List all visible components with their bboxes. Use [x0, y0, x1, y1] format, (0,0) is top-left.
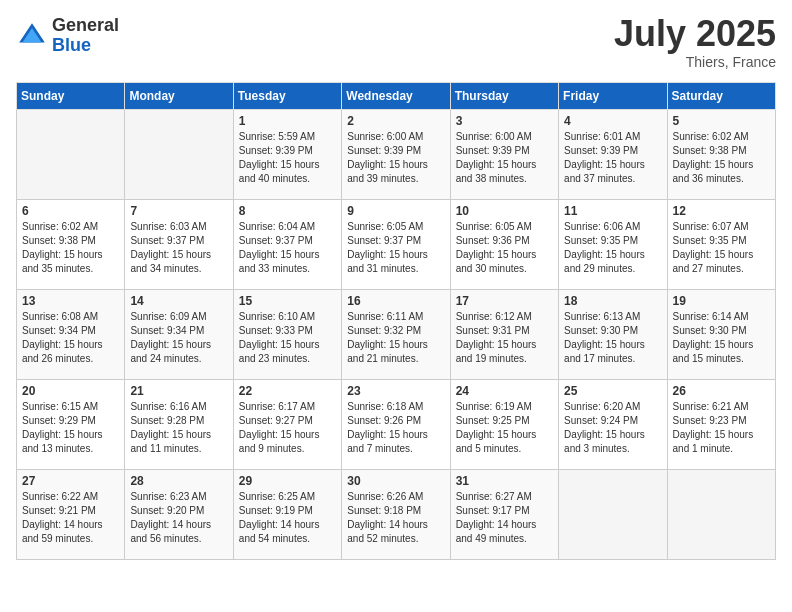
header-monday: Monday: [125, 83, 233, 110]
logo: General Blue: [16, 16, 119, 56]
day-info: Sunrise: 6:14 AMSunset: 9:30 PMDaylight:…: [673, 310, 770, 366]
calendar-cell: 30 Sunrise: 6:26 AMSunset: 9:18 PMDaylig…: [342, 470, 450, 560]
logo-blue: Blue: [52, 36, 119, 56]
day-number: 21: [130, 384, 227, 398]
calendar-header-row: Sunday Monday Tuesday Wednesday Thursday…: [17, 83, 776, 110]
day-number: 27: [22, 474, 119, 488]
day-number: 18: [564, 294, 661, 308]
calendar-cell: 28 Sunrise: 6:23 AMSunset: 9:20 PMDaylig…: [125, 470, 233, 560]
day-number: 23: [347, 384, 444, 398]
calendar-cell: 13 Sunrise: 6:08 AMSunset: 9:34 PMDaylig…: [17, 290, 125, 380]
day-number: 3: [456, 114, 553, 128]
calendar-cell: 22 Sunrise: 6:17 AMSunset: 9:27 PMDaylig…: [233, 380, 341, 470]
day-number: 6: [22, 204, 119, 218]
day-number: 31: [456, 474, 553, 488]
day-info: Sunrise: 6:00 AMSunset: 9:39 PMDaylight:…: [347, 130, 444, 186]
calendar-cell: 7 Sunrise: 6:03 AMSunset: 9:37 PMDayligh…: [125, 200, 233, 290]
day-info: Sunrise: 6:00 AMSunset: 9:39 PMDaylight:…: [456, 130, 553, 186]
calendar-cell: 23 Sunrise: 6:18 AMSunset: 9:26 PMDaylig…: [342, 380, 450, 470]
day-number: 29: [239, 474, 336, 488]
calendar-cell: [667, 470, 775, 560]
day-number: 5: [673, 114, 770, 128]
calendar-cell: 17 Sunrise: 6:12 AMSunset: 9:31 PMDaylig…: [450, 290, 558, 380]
calendar-week-row: 6 Sunrise: 6:02 AMSunset: 9:38 PMDayligh…: [17, 200, 776, 290]
day-info: Sunrise: 6:11 AMSunset: 9:32 PMDaylight:…: [347, 310, 444, 366]
day-number: 4: [564, 114, 661, 128]
day-info: Sunrise: 6:21 AMSunset: 9:23 PMDaylight:…: [673, 400, 770, 456]
header-thursday: Thursday: [450, 83, 558, 110]
day-info: Sunrise: 6:07 AMSunset: 9:35 PMDaylight:…: [673, 220, 770, 276]
day-info: Sunrise: 6:27 AMSunset: 9:17 PMDaylight:…: [456, 490, 553, 546]
calendar-week-row: 20 Sunrise: 6:15 AMSunset: 9:29 PMDaylig…: [17, 380, 776, 470]
day-info: Sunrise: 6:26 AMSunset: 9:18 PMDaylight:…: [347, 490, 444, 546]
calendar-cell: 3 Sunrise: 6:00 AMSunset: 9:39 PMDayligh…: [450, 110, 558, 200]
calendar-cell: 18 Sunrise: 6:13 AMSunset: 9:30 PMDaylig…: [559, 290, 667, 380]
day-info: Sunrise: 6:19 AMSunset: 9:25 PMDaylight:…: [456, 400, 553, 456]
month-title: July 2025: [614, 16, 776, 52]
calendar-table: Sunday Monday Tuesday Wednesday Thursday…: [16, 82, 776, 560]
calendar-cell: 21 Sunrise: 6:16 AMSunset: 9:28 PMDaylig…: [125, 380, 233, 470]
calendar-cell: 4 Sunrise: 6:01 AMSunset: 9:39 PMDayligh…: [559, 110, 667, 200]
day-number: 22: [239, 384, 336, 398]
day-number: 28: [130, 474, 227, 488]
day-number: 24: [456, 384, 553, 398]
day-number: 15: [239, 294, 336, 308]
calendar-cell: 24 Sunrise: 6:19 AMSunset: 9:25 PMDaylig…: [450, 380, 558, 470]
day-number: 12: [673, 204, 770, 218]
day-info: Sunrise: 6:09 AMSunset: 9:34 PMDaylight:…: [130, 310, 227, 366]
header-tuesday: Tuesday: [233, 83, 341, 110]
logo-text: General Blue: [52, 16, 119, 56]
day-info: Sunrise: 5:59 AMSunset: 9:39 PMDaylight:…: [239, 130, 336, 186]
day-number: 1: [239, 114, 336, 128]
header-friday: Friday: [559, 83, 667, 110]
calendar-cell: 19 Sunrise: 6:14 AMSunset: 9:30 PMDaylig…: [667, 290, 775, 380]
calendar-week-row: 13 Sunrise: 6:08 AMSunset: 9:34 PMDaylig…: [17, 290, 776, 380]
day-info: Sunrise: 6:13 AMSunset: 9:30 PMDaylight:…: [564, 310, 661, 366]
calendar-cell: [125, 110, 233, 200]
day-number: 26: [673, 384, 770, 398]
logo-general: General: [52, 16, 119, 36]
day-info: Sunrise: 6:15 AMSunset: 9:29 PMDaylight:…: [22, 400, 119, 456]
day-info: Sunrise: 6:04 AMSunset: 9:37 PMDaylight:…: [239, 220, 336, 276]
day-number: 16: [347, 294, 444, 308]
calendar-cell: 9 Sunrise: 6:05 AMSunset: 9:37 PMDayligh…: [342, 200, 450, 290]
day-number: 2: [347, 114, 444, 128]
day-info: Sunrise: 6:22 AMSunset: 9:21 PMDaylight:…: [22, 490, 119, 546]
calendar-cell: 14 Sunrise: 6:09 AMSunset: 9:34 PMDaylig…: [125, 290, 233, 380]
day-info: Sunrise: 6:01 AMSunset: 9:39 PMDaylight:…: [564, 130, 661, 186]
calendar-week-row: 27 Sunrise: 6:22 AMSunset: 9:21 PMDaylig…: [17, 470, 776, 560]
day-info: Sunrise: 6:18 AMSunset: 9:26 PMDaylight:…: [347, 400, 444, 456]
calendar-cell: 27 Sunrise: 6:22 AMSunset: 9:21 PMDaylig…: [17, 470, 125, 560]
header-saturday: Saturday: [667, 83, 775, 110]
calendar-cell: 6 Sunrise: 6:02 AMSunset: 9:38 PMDayligh…: [17, 200, 125, 290]
day-info: Sunrise: 6:02 AMSunset: 9:38 PMDaylight:…: [673, 130, 770, 186]
calendar-week-row: 1 Sunrise: 5:59 AMSunset: 9:39 PMDayligh…: [17, 110, 776, 200]
day-number: 25: [564, 384, 661, 398]
day-number: 9: [347, 204, 444, 218]
day-number: 10: [456, 204, 553, 218]
day-number: 11: [564, 204, 661, 218]
calendar-cell: 8 Sunrise: 6:04 AMSunset: 9:37 PMDayligh…: [233, 200, 341, 290]
day-info: Sunrise: 6:16 AMSunset: 9:28 PMDaylight:…: [130, 400, 227, 456]
day-number: 14: [130, 294, 227, 308]
logo-icon: [16, 20, 48, 52]
day-number: 19: [673, 294, 770, 308]
day-number: 13: [22, 294, 119, 308]
calendar-cell: 15 Sunrise: 6:10 AMSunset: 9:33 PMDaylig…: [233, 290, 341, 380]
day-number: 20: [22, 384, 119, 398]
day-info: Sunrise: 6:03 AMSunset: 9:37 PMDaylight:…: [130, 220, 227, 276]
day-number: 30: [347, 474, 444, 488]
calendar-cell: 5 Sunrise: 6:02 AMSunset: 9:38 PMDayligh…: [667, 110, 775, 200]
calendar-cell: 11 Sunrise: 6:06 AMSunset: 9:35 PMDaylig…: [559, 200, 667, 290]
calendar-cell: 31 Sunrise: 6:27 AMSunset: 9:17 PMDaylig…: [450, 470, 558, 560]
calendar-cell: 12 Sunrise: 6:07 AMSunset: 9:35 PMDaylig…: [667, 200, 775, 290]
location-subtitle: Thiers, France: [614, 54, 776, 70]
calendar-cell: 26 Sunrise: 6:21 AMSunset: 9:23 PMDaylig…: [667, 380, 775, 470]
day-info: Sunrise: 6:02 AMSunset: 9:38 PMDaylight:…: [22, 220, 119, 276]
day-info: Sunrise: 6:05 AMSunset: 9:37 PMDaylight:…: [347, 220, 444, 276]
day-info: Sunrise: 6:08 AMSunset: 9:34 PMDaylight:…: [22, 310, 119, 366]
calendar-cell: 1 Sunrise: 5:59 AMSunset: 9:39 PMDayligh…: [233, 110, 341, 200]
title-block: July 2025 Thiers, France: [614, 16, 776, 70]
day-info: Sunrise: 6:25 AMSunset: 9:19 PMDaylight:…: [239, 490, 336, 546]
day-number: 8: [239, 204, 336, 218]
